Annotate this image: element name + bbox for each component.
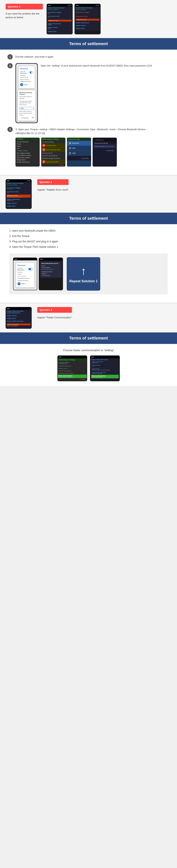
- step3-number: 3: [7, 127, 13, 132]
- question2-badge: Question 2: [37, 179, 69, 185]
- pairing-buttons: CANCEL OK: [19, 117, 34, 119]
- t3-adapter-info: Adapter Status Information Adapter Manuf…: [91, 358, 120, 379]
- num-badge-4: 4: [42, 144, 45, 147]
- obd2-btoff[interactable]: Only if BT was already off...: [41, 155, 66, 157]
- q3-info: Question 3 Appear "Faster Communication": [37, 307, 72, 319]
- t3-obd2-menu: Connection settings Connection Type Choo…: [58, 362, 87, 381]
- step3-screenshots: TORQUE General Preferences Themes Plugin…: [16, 137, 117, 166]
- status-bar-2: ●●● 12:00: [75, 4, 100, 6]
- obd2-conn-settings[interactable]: Connection settings: [41, 141, 66, 143]
- t3-row-pref[interactable]: OBD2/ELM adapter preference: [58, 372, 87, 375]
- terms3-content: Choose faster communication in "setting"…: [0, 344, 177, 386]
- menu-speech[interactable]: Speech/Alarm Settings: [16, 157, 39, 159]
- q3-status-bar: ●●●: [6, 307, 31, 310]
- q2-adapter-info: Adapter Status Information Bluetooth Ena…: [6, 182, 31, 209]
- menu-general-prefs[interactable]: General Preferences: [16, 141, 39, 143]
- repeat-status-bar-2: ●●●: [39, 258, 62, 260]
- question1-desc: If you meet the problem like the picture…: [6, 12, 43, 19]
- bt-radio: [69, 142, 71, 144]
- pairing-dialog: Bluetooth pairing request PIN contains l…: [18, 90, 35, 121]
- q3-adapter-info: Adapter Status Information Adapter Manuf…: [6, 310, 31, 328]
- repeat-bt-dialog: Bluetooth Turn on Bluetooth Sensors Unpa…: [16, 263, 34, 287]
- repeat-phones: ●●● Bluetooth Turn on Bluetooth Sensors: [13, 257, 63, 290]
- obd2-faster[interactable]: 6Faster communication: [41, 160, 66, 164]
- t3-row-btauto[interactable]: Bluetooth Auto-On: [58, 367, 87, 370]
- pin-input[interactable]: [19, 107, 34, 110]
- menu-data-logging[interactable]: Data Logging & Upload: [16, 152, 39, 154]
- bt-device-icon: B: [20, 83, 23, 86]
- t3-row-btonly[interactable]: Only if BT was already off...: [58, 370, 87, 372]
- obd2-conn-type[interactable]: 4Connection Type: [41, 143, 66, 148]
- repeat-solution-section: ●●● Bluetooth Turn on Bluetooth Sensors: [9, 253, 168, 294]
- obd2-bt-device[interactable]: 5Choose Bluetooth Device: [41, 148, 66, 152]
- step1-text: Exit the software, and enter it again: [16, 54, 53, 59]
- q3-phone-screen: ●●● Adapter Status Information Adapter M…: [6, 307, 32, 329]
- terms2-content: 1. open your bluetooth,unpair the OBDII.…: [0, 224, 177, 303]
- question3-desc: Appear "Faster Communication": [37, 316, 72, 319]
- adapter-info-2: Adapter Status Information Bluetooth Ena…: [75, 6, 100, 31]
- obd2-header: OBD2 Adapter Settings: [41, 137, 66, 141]
- repeat-obd-device[interactable]: B OBD II: [18, 282, 33, 286]
- conn-usb-option[interactable]: USB: [67, 151, 91, 156]
- obd2-elm-pref[interactable]: OBD2/ELM adapter preference: [41, 157, 66, 160]
- step2-number: 2: [7, 63, 13, 68]
- paired-bt-dialog: Paired Bluetooth device Unpair Device pl…: [40, 261, 61, 278]
- repeat-solution-box: ↑ Repeat Solution 1: [67, 257, 100, 291]
- obd-device-row[interactable]: B OBD II: [20, 83, 33, 87]
- torque-main-screen: TORQUE General Preferences Themes Plugin…: [16, 137, 40, 166]
- terms3-subtitle: Choose faster communication in "setting": [9, 348, 168, 352]
- bt-device-item-1[interactable]: [34:B2:B3:04:5E:58]: [93, 142, 116, 145]
- bt-device-item-2[interactable]: OBDII [AA:BB:CC:11:22:33]: [93, 145, 116, 148]
- obd2-settings-screen: OBD2 Adapter Settings Connection setting…: [41, 137, 66, 166]
- terms2-item-3: 3. Plug out the elm327 and plug in it ag…: [9, 240, 168, 244]
- menu-dash-install[interactable]: Dash Installation settings: [16, 154, 39, 157]
- ok-button[interactable]: OK: [32, 117, 34, 119]
- menu-plugins[interactable]: Plugins: [16, 145, 39, 148]
- repeat-bt-toggle: Turn on Bluetooth: [18, 268, 33, 271]
- step3-top: 3 3. Open your Torque---setting---OBD2 A…: [7, 127, 170, 135]
- t3-status-1: ●●●: [58, 356, 87, 358]
- obd2-bt-auto[interactable]: Bluetooth Auto-On: [41, 152, 66, 155]
- menu-units[interactable]: Units: [16, 148, 39, 150]
- conn-cancel-button[interactable]: CANCEL: [80, 157, 91, 160]
- phone-screen-2: ●●● 12:00 Adapter Status Information Blu…: [75, 4, 101, 34]
- bt-toggle-row: Turn on Bluetooth: [20, 71, 33, 74]
- repeat-bt-toggle-btn[interactable]: [28, 268, 33, 270]
- conn-type-screen: Connection Type Bluetooth WIFI USB: [67, 137, 91, 166]
- obd2-cancel[interactable]: CANCEL: [41, 164, 66, 166]
- bt-dialog: Bluetooth Turn on Bluetooth Visibility D…: [19, 66, 35, 88]
- step1-number: 1: [7, 54, 13, 59]
- q2-info: Question 2 Appear "Adapter Error count": [37, 179, 69, 192]
- conn-wifi-option[interactable]: WIFI: [67, 146, 91, 151]
- t3-row-device[interactable]: Choose Bluetooth Device: [58, 365, 87, 367]
- t3-row-conn[interactable]: Connection settings Connection Type: [58, 362, 87, 365]
- conn-bt-option[interactable]: Bluetooth: [67, 141, 91, 146]
- terms2-item-1: 1. open your bluetooth,unpair the OBDII.: [9, 229, 168, 233]
- status-bar-1: ●●● 12:00: [47, 4, 72, 6]
- terms2-header: Terms of settlement: [0, 213, 177, 224]
- menu-manage-alarms[interactable]: Manage Alarms: [16, 159, 39, 161]
- menu-manage-pids[interactable]: Manage PIDs/Sensors: [16, 161, 39, 163]
- cancel-button[interactable]: CANCEL: [20, 117, 30, 119]
- step3-text: 3. Open your Torque---setting---OBD2 Ada…: [16, 127, 170, 135]
- t3-obd2-header: OBD2 Adapter Settings: [58, 358, 87, 362]
- bt-device-screen: 小米手机 (Euto) [34:B2:B3:04:5E:58] OBDII [A…: [93, 137, 117, 166]
- conn-type-header: Connection Type: [67, 137, 91, 141]
- bt-device-cancel-button[interactable]: CANCEL: [105, 149, 116, 152]
- menu-adapter-settings[interactable]: ⚙ Adapter Settings: [16, 150, 39, 152]
- repeat-arrow-icon: ↑: [81, 265, 86, 277]
- t3-row-faster[interactable]: Faster communication Enable if adapter s…: [58, 375, 87, 378]
- t3-status-2: ●●●: [91, 356, 120, 358]
- torque-header: TORQUE: [16, 137, 40, 141]
- q2-phones: ●●● 12:00 Adapter Status Information Blu…: [6, 179, 32, 209]
- t3-row-cancel[interactable]: CANCEL: [58, 378, 87, 381]
- question2-desc: Appear "Adapter Error count": [37, 188, 69, 192]
- repeat-bt-icon: B: [18, 282, 21, 285]
- terms2-item-4: 4. Open the Torque.Then repeat solution …: [9, 245, 168, 249]
- step2-text: Open the "setting" of your android,and s…: [41, 63, 152, 68]
- bt-device-header: 小米手机 (Euto): [93, 138, 116, 142]
- step1-item: 1 Exit the software, and enter it again: [7, 54, 170, 59]
- menu-themes[interactable]: Themes: [16, 143, 39, 145]
- bt-toggle[interactable]: [30, 71, 33, 73]
- terms3-header: Terms of settlement: [0, 333, 177, 344]
